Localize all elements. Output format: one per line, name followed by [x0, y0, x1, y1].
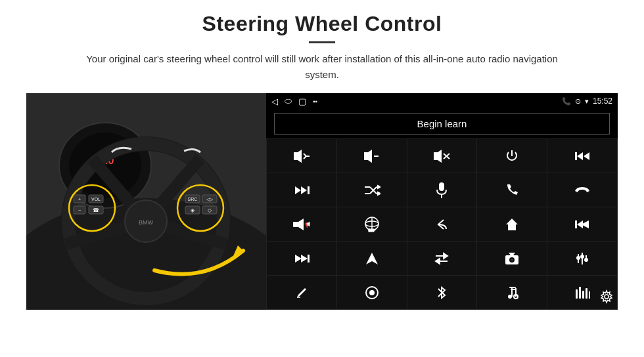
svg-rect-72 [308, 255, 310, 262]
head-unit-display: ◁ ⬭ ▢ ▪▪ 📞 ⊙ ▾ 15:52 Begin learn [266, 93, 618, 310]
recents-nav-icon[interactable]: ▢ [298, 96, 306, 106]
svg-marker-34 [294, 150, 302, 163]
svg-marker-75 [444, 253, 448, 259]
location-icon: ⊙ [575, 97, 581, 106]
svg-point-80 [511, 259, 513, 261]
ctrl-prev-track[interactable] [547, 139, 617, 173]
svg-rect-100 [586, 288, 587, 299]
svg-marker-47 [301, 186, 307, 194]
svg-rect-99 [582, 291, 584, 299]
ctrl-mic[interactable] [407, 173, 477, 207]
svg-marker-43 [577, 152, 583, 160]
ctrl-music[interactable] [477, 276, 547, 309]
phone-icon: 📞 [562, 97, 571, 106]
svg-marker-69 [577, 220, 583, 228]
ctrl-next[interactable] [267, 173, 336, 207]
svg-text:📢: 📢 [305, 220, 310, 228]
ctrl-switch[interactable] [407, 242, 477, 275]
ctrl-speaker[interactable]: 📢 [267, 207, 336, 241]
title-divider [309, 41, 335, 43]
svg-marker-71 [301, 255, 308, 262]
svg-rect-67 [575, 220, 577, 228]
settings-icon[interactable] [599, 289, 614, 307]
svg-rect-45 [575, 152, 577, 160]
back-nav-icon[interactable]: ◁ [271, 96, 278, 106]
svg-text:SRC: SRC [188, 197, 198, 201]
svg-marker-66 [506, 219, 518, 230]
status-bar: ◁ ⬭ ▢ ▪▪ 📞 ⊙ ▾ 15:52 [266, 93, 618, 109]
svg-marker-73 [366, 253, 378, 264]
controls-grid: 📢 360° [266, 138, 618, 310]
svg-marker-60 [298, 219, 304, 230]
svg-text:+: + [78, 197, 81, 201]
svg-rect-59 [293, 222, 298, 227]
svg-rect-98 [579, 287, 581, 299]
svg-point-87 [585, 259, 587, 261]
svg-marker-46 [295, 186, 301, 194]
ctrl-edit[interactable] [267, 276, 336, 309]
content-row: 120 140 BMW + [26, 93, 618, 310]
svg-text:360°: 360° [369, 228, 375, 232]
ctrl-360-cam[interactable] [337, 276, 407, 309]
svg-text:−: − [78, 208, 81, 213]
svg-marker-77 [436, 259, 440, 264]
home-nav-icon[interactable]: ⬭ [285, 96, 292, 106]
svg-marker-81 [509, 253, 515, 255]
page-container: Steering Wheel Control Your original car… [0, 0, 644, 357]
svg-text:◈: ◈ [191, 207, 195, 213]
svg-line-36 [304, 156, 306, 159]
ctrl-eq[interactable] [547, 242, 617, 275]
ctrl-camera[interactable] [477, 242, 547, 275]
ctrl-bluetooth[interactable] [407, 276, 477, 309]
begin-learn-row: Begin learn [266, 109, 618, 138]
ctrl-call[interactable] [477, 173, 547, 207]
ctrl-power[interactable] [477, 139, 547, 173]
svg-text:◁▷: ◁▷ [206, 197, 214, 201]
ctrl-home[interactable] [477, 207, 547, 241]
signal-icon: ▪▪ [313, 98, 317, 105]
svg-marker-70 [295, 255, 302, 262]
svg-rect-97 [576, 289, 578, 299]
svg-text:☎: ☎ [93, 207, 99, 213]
svg-point-86 [581, 255, 584, 258]
svg-marker-56 [378, 192, 380, 195]
ctrl-fast-forward[interactable] [267, 242, 336, 275]
status-nav-icons: ◁ ⬭ ▢ ▪▪ [271, 96, 317, 106]
svg-marker-38 [364, 150, 372, 163]
steering-wheel-image: 120 140 BMW + [26, 93, 266, 310]
ctrl-vol-down[interactable] [337, 139, 407, 173]
svg-point-90 [370, 291, 374, 295]
begin-learn-button[interactable]: Begin learn [274, 113, 610, 135]
svg-point-85 [577, 257, 580, 259]
svg-rect-101 [589, 291, 590, 299]
svg-line-35 [304, 154, 306, 156]
ctrl-shuffle[interactable] [337, 173, 407, 207]
svg-marker-44 [584, 152, 589, 160]
status-right-icons: 📞 ⊙ ▾ 15:52 [562, 96, 612, 106]
status-time: 15:52 [593, 96, 612, 106]
svg-text:BMW: BMW [139, 219, 154, 226]
ctrl-vol-up[interactable] [267, 139, 336, 173]
svg-rect-48 [308, 186, 310, 194]
svg-marker-40 [434, 150, 442, 163]
wifi-icon: ▾ [585, 97, 589, 106]
page-subtitle: Your original car's steering wheel contr… [76, 51, 568, 83]
svg-rect-57 [439, 182, 444, 191]
svg-point-102 [605, 295, 609, 299]
ctrl-back[interactable] [407, 207, 477, 241]
page-title: Steering Wheel Control [202, 12, 442, 36]
ctrl-end-call[interactable] [547, 173, 617, 207]
ctrl-prev2[interactable] [547, 207, 617, 241]
ctrl-360[interactable]: 360° [337, 207, 407, 241]
ctrl-navigate[interactable] [337, 242, 407, 275]
svg-point-94 [508, 295, 512, 299]
ctrl-mute[interactable] [407, 139, 477, 173]
svg-marker-55 [378, 186, 380, 188]
svg-text:VOL: VOL [91, 197, 101, 201]
svg-text:◇: ◇ [208, 207, 212, 213]
